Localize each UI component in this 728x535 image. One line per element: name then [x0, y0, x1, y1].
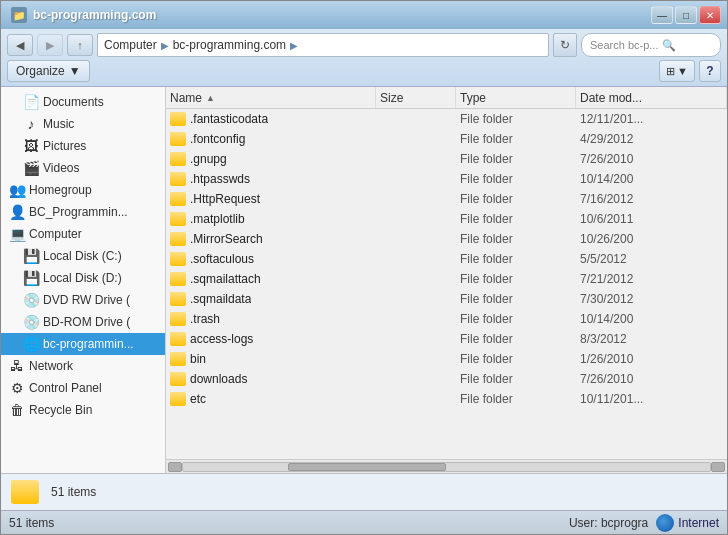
table-row[interactable]: .sqmaildata File folder 7/30/2012	[166, 289, 727, 309]
forward-button[interactable]: ▶	[37, 34, 63, 56]
table-row[interactable]: .MirrorSearch File folder 10/26/200	[166, 229, 727, 249]
sidebar-icon-14: 🗑	[9, 402, 25, 418]
status-right: User: bcprogra Internet	[569, 514, 719, 532]
column-header-size[interactable]: Size	[376, 87, 456, 108]
sidebar-label-9: DVD RW Drive (	[43, 293, 130, 307]
sidebar-icon-3: 🎬	[23, 160, 39, 176]
table-row[interactable]: .HttpRequest File folder 7/16/2012	[166, 189, 727, 209]
refresh-button[interactable]: ↻	[553, 33, 577, 57]
table-row[interactable]: access-logs File folder 8/3/2012	[166, 329, 727, 349]
maximize-button[interactable]: □	[675, 6, 697, 24]
hscroll-left-arrow[interactable]	[168, 462, 182, 472]
file-name-col-1: .fontconfig	[166, 132, 376, 146]
file-type-col-9: File folder	[456, 292, 576, 306]
sidebar-item-2[interactable]: 🖼 Pictures	[1, 135, 165, 157]
nav-row: ◀ ▶ ↑ Computer ▶ bc-programming.com ▶ ↻ …	[7, 33, 721, 57]
sidebar-item-5[interactable]: 👤 BC_Programmin...	[1, 201, 165, 223]
back-button[interactable]: ◀	[7, 34, 33, 56]
file-name-col-14: etc	[166, 392, 376, 406]
sidebar-item-9[interactable]: 💿 DVD RW Drive (	[1, 289, 165, 311]
file-name-text-9: .sqmaildata	[190, 292, 251, 306]
address-bar[interactable]: Computer ▶ bc-programming.com ▶	[97, 33, 549, 57]
table-row[interactable]: etc File folder 10/11/201...	[166, 389, 727, 409]
file-name-col-7: .softaculous	[166, 252, 376, 266]
horizontal-scrollbar[interactable]	[166, 459, 727, 473]
file-date-col-5: 10/6/2011	[576, 212, 727, 226]
organize-label: Organize	[16, 64, 65, 78]
file-name-text-13: downloads	[190, 372, 247, 386]
table-row[interactable]: .htpasswds File folder 10/14/200	[166, 169, 727, 189]
minimize-button[interactable]: —	[651, 6, 673, 24]
bottom-item-count: 51 items	[9, 516, 54, 530]
file-name-col-11: access-logs	[166, 332, 376, 346]
sidebar-item-10[interactable]: 💿 BD-ROM Drive (	[1, 311, 165, 333]
sidebar-item-4[interactable]: 👥 Homegroup	[1, 179, 165, 201]
file-type-col-14: File folder	[456, 392, 576, 406]
file-name-text-6: .MirrorSearch	[190, 232, 263, 246]
folder-icon-1	[170, 132, 186, 146]
table-row[interactable]: .trash File folder 10/14/200	[166, 309, 727, 329]
file-type-col-0: File folder	[456, 112, 576, 126]
sidebar-item-8[interactable]: 💾 Local Disk (D:)	[1, 267, 165, 289]
column-header-type[interactable]: Type	[456, 87, 576, 108]
internet-label: Internet	[678, 516, 719, 530]
sidebar-icon-2: 🖼	[23, 138, 39, 154]
file-type-col-3: File folder	[456, 172, 576, 186]
table-row[interactable]: bin File folder 1/26/2010	[166, 349, 727, 369]
sidebar-item-11[interactable]: 🌐 bc-programmin...	[1, 333, 165, 355]
up-button[interactable]: ↑	[67, 34, 93, 56]
file-type-col-7: File folder	[456, 252, 576, 266]
file-table-header: Name ▲ Size Type Date mod...	[166, 87, 727, 109]
table-row[interactable]: .matplotlib File folder 10/6/2011	[166, 209, 727, 229]
sidebar-label-1: Music	[43, 117, 74, 131]
file-name-text-8: .sqmailattach	[190, 272, 261, 286]
sidebar-item-14[interactable]: 🗑 Recycle Bin	[1, 399, 165, 421]
file-date-col-14: 10/11/201...	[576, 392, 727, 406]
organize-button[interactable]: Organize ▼	[7, 60, 90, 82]
table-row[interactable]: .gnupg File folder 7/26/2010	[166, 149, 727, 169]
close-button[interactable]: ✕	[699, 6, 721, 24]
file-name-text-12: bin	[190, 352, 206, 366]
sidebar-label-2: Pictures	[43, 139, 86, 153]
sidebar-item-12[interactable]: 🖧 Network	[1, 355, 165, 377]
folder-icon-9	[170, 292, 186, 306]
folder-icon-3	[170, 172, 186, 186]
file-type-col-10: File folder	[456, 312, 576, 326]
table-row[interactable]: .fantasticodata File folder 12/11/201...	[166, 109, 727, 129]
sidebar-item-3[interactable]: 🎬 Videos	[1, 157, 165, 179]
internet-button[interactable]: Internet	[656, 514, 719, 532]
file-name-text-14: etc	[190, 392, 206, 406]
search-box[interactable]: Search bc-p... 🔍	[581, 33, 721, 57]
sidebar-item-0[interactable]: 📄 Documents	[1, 91, 165, 113]
file-date-col-1: 4/29/2012	[576, 132, 727, 146]
sidebar-icon-6: 💻	[9, 226, 25, 242]
address-site: bc-programming.com	[173, 38, 286, 52]
table-row[interactable]: .sqmailattach File folder 7/21/2012	[166, 269, 727, 289]
file-type-col-12: File folder	[456, 352, 576, 366]
sidebar-item-6[interactable]: 💻 Computer	[1, 223, 165, 245]
window-icon: 📁	[11, 7, 27, 23]
folder-icon-12	[170, 352, 186, 366]
toolbar-area: ◀ ▶ ↑ Computer ▶ bc-programming.com ▶ ↻ …	[1, 29, 727, 87]
help-button[interactable]: ?	[699, 60, 721, 82]
file-name-col-6: .MirrorSearch	[166, 232, 376, 246]
sidebar-icon-12: 🖧	[9, 358, 25, 374]
hscroll-right-arrow[interactable]	[711, 462, 725, 472]
folder-icon-6	[170, 232, 186, 246]
file-name-col-8: .sqmailattach	[166, 272, 376, 286]
table-row[interactable]: .fontconfig File folder 4/29/2012	[166, 129, 727, 149]
file-type-col-2: File folder	[456, 152, 576, 166]
sidebar-label-13: Control Panel	[29, 381, 102, 395]
sidebar-item-13[interactable]: ⚙ Control Panel	[1, 377, 165, 399]
sidebar-label-10: BD-ROM Drive (	[43, 315, 130, 329]
hscroll-thumb[interactable]	[288, 463, 446, 471]
column-header-date[interactable]: Date mod...	[576, 87, 727, 108]
view-button[interactable]: ⊞ ▼	[659, 60, 695, 82]
table-row[interactable]: .softaculous File folder 5/5/2012	[166, 249, 727, 269]
sidebar-label-7: Local Disk (C:)	[43, 249, 122, 263]
table-row[interactable]: downloads File folder 7/26/2010	[166, 369, 727, 389]
address-computer: Computer	[104, 38, 157, 52]
sidebar-item-1[interactable]: ♪ Music	[1, 113, 165, 135]
sidebar-item-7[interactable]: 💾 Local Disk (C:)	[1, 245, 165, 267]
column-header-name[interactable]: Name ▲	[166, 87, 376, 108]
